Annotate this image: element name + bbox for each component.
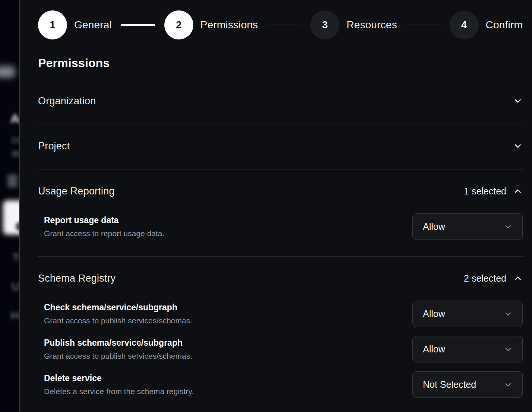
step-number-circle: 3 bbox=[310, 10, 339, 39]
section-meta bbox=[513, 141, 523, 151]
permission-description: Deletes a service from the schema regist… bbox=[44, 386, 194, 397]
permission-level-select[interactable]: Allow bbox=[412, 336, 523, 362]
selected-count: 2 selected bbox=[464, 273, 506, 284]
blurred-nav-text: U bbox=[12, 281, 19, 293]
step-number-circle: 2 bbox=[164, 10, 193, 39]
chevron-down-icon bbox=[504, 310, 513, 318]
permission-text: Report usage data Grant access to report… bbox=[38, 215, 164, 239]
section-header[interactable]: Usage Reporting 1 selected bbox=[38, 184, 523, 198]
permission-section: Usage Reporting 1 selected Report usage … bbox=[38, 169, 523, 257]
permission-level-select[interactable]: Not Selected bbox=[412, 371, 523, 398]
stepper-step[interactable]: 3 Resources bbox=[310, 10, 397, 39]
section-title: Schema Registry bbox=[38, 272, 116, 285]
section-title: Usage Reporting bbox=[38, 184, 115, 198]
permission-level-select[interactable]: Allow bbox=[412, 213, 523, 240]
chevron-up-icon bbox=[513, 273, 523, 283]
chevron-down-icon bbox=[513, 96, 523, 106]
chevron-down-icon bbox=[504, 345, 513, 354]
section-header[interactable]: Organization bbox=[38, 94, 523, 108]
step-number: 4 bbox=[461, 19, 467, 31]
permission-title: Publish schema/service/subgraph bbox=[44, 337, 192, 348]
section-title: Project bbox=[38, 139, 70, 153]
permission-row: Report usage data Grant access to report… bbox=[38, 213, 523, 240]
selected-value: Allow bbox=[423, 221, 445, 232]
permission-section: Project bbox=[38, 124, 523, 169]
step-number: 3 bbox=[322, 19, 328, 31]
permission-section: Organization bbox=[38, 79, 523, 124]
app-window: Ac co as Ti U H 1 General 2 Permissions … bbox=[0, 0, 532, 412]
permission-title: Delete service bbox=[44, 373, 194, 384]
permission-items: Report usage data Grant access to report… bbox=[38, 213, 523, 240]
selected-value: Allow bbox=[423, 344, 445, 355]
wizard-stepper: 1 General 2 Permissions 3 Resources 4 Co… bbox=[38, 10, 523, 40]
selected-count: 1 selected bbox=[464, 186, 506, 197]
permission-row: Publish schema/service/subgraph Grant ac… bbox=[38, 336, 523, 362]
permission-items: Check schema/service/subgraph Grant acce… bbox=[38, 301, 523, 398]
step-label: Resources bbox=[346, 19, 397, 31]
section-meta bbox=[513, 96, 523, 106]
blurred-heading-text: Ac bbox=[10, 112, 20, 126]
stepper-step[interactable]: 2 Permissions bbox=[164, 10, 258, 39]
step-connector bbox=[267, 25, 301, 25]
stepper-step[interactable]: 1 General bbox=[38, 10, 112, 39]
step-connector bbox=[406, 25, 441, 25]
section-header[interactable]: Project bbox=[38, 139, 523, 153]
chevron-down-icon bbox=[504, 380, 513, 389]
blurred-smudge bbox=[0, 66, 15, 77]
selected-value: Not Selected bbox=[423, 379, 476, 390]
create-role-wizard-panel: 1 General 2 Permissions 3 Resources 4 Co… bbox=[20, 0, 532, 412]
blurred-nav-text: H bbox=[11, 310, 19, 322]
permission-description: Grant access to publish services/schemas… bbox=[44, 316, 192, 326]
chevron-up-icon bbox=[513, 186, 523, 196]
permission-row: Delete service Deletes a service from th… bbox=[38, 371, 523, 398]
section-title: Organization bbox=[38, 94, 96, 108]
step-number: 1 bbox=[50, 19, 55, 31]
permission-text: Delete service Deletes a service from th… bbox=[38, 373, 194, 397]
selected-value: Allow bbox=[423, 308, 445, 319]
blurred-body-text: co bbox=[12, 134, 20, 146]
background-page-strip: Ac co as Ti U H bbox=[0, 0, 20, 412]
step-number: 2 bbox=[176, 19, 181, 31]
permission-sections: Organization Project Usage Reporting bbox=[38, 79, 523, 412]
permission-text: Check schema/service/subgraph Grant acce… bbox=[38, 302, 192, 326]
chevron-down-icon bbox=[504, 222, 513, 231]
permission-title: Report usage data bbox=[44, 215, 164, 226]
step-label: Permissions bbox=[200, 19, 258, 31]
blurred-nav-text: Ti bbox=[12, 252, 20, 263]
step-label: Confirm bbox=[486, 19, 523, 31]
permission-title: Check schema/service/subgraph bbox=[44, 302, 192, 313]
permission-description: Grant access to report usage data. bbox=[44, 228, 164, 239]
step-number-circle: 1 bbox=[38, 10, 67, 39]
page-title: Permissions bbox=[38, 56, 523, 70]
step-number-circle: 4 bbox=[450, 10, 479, 39]
permission-level-select[interactable]: Allow bbox=[412, 301, 523, 327]
stepper-step[interactable]: 4 Confirm bbox=[450, 10, 523, 39]
blurred-body-text: as bbox=[12, 148, 20, 159]
blurred-icon bbox=[7, 174, 18, 188]
section-meta: 1 selected bbox=[464, 186, 523, 197]
section-meta: 2 selected bbox=[464, 273, 523, 284]
step-label: General bbox=[74, 19, 112, 31]
permission-section: Schema Registry 2 selected Check schema/… bbox=[38, 257, 523, 412]
chevron-down-icon bbox=[513, 141, 523, 151]
section-header[interactable]: Schema Registry 2 selected bbox=[38, 272, 523, 285]
permission-row: Check schema/service/subgraph Grant acce… bbox=[38, 301, 523, 327]
permission-description: Grant access to publish services/schemas… bbox=[44, 351, 192, 361]
permission-text: Publish schema/service/subgraph Grant ac… bbox=[38, 337, 192, 361]
step-connector bbox=[121, 24, 155, 26]
